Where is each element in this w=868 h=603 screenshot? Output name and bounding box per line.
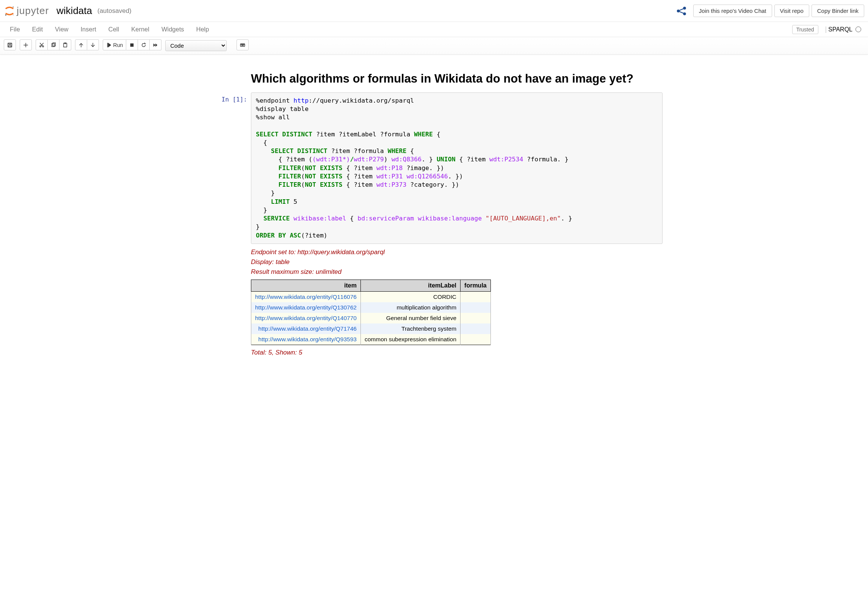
svg-line-7 <box>679 11 683 13</box>
arrow-down-icon <box>90 42 96 48</box>
code-input[interactable]: %endpoint http://query.wikidata.org/spar… <box>251 92 663 244</box>
menu-file[interactable]: File <box>4 23 26 36</box>
keyboard-icon <box>240 42 245 48</box>
table-row: http://www.wikidata.org/entity/Q71746Tra… <box>251 323 491 334</box>
cell-item: http://www.wikidata.org/entity/Q93593 <box>251 334 361 345</box>
svg-point-32 <box>243 44 243 45</box>
svg-point-4 <box>683 6 686 9</box>
cell-item: http://www.wikidata.org/entity/Q140770 <box>251 313 361 323</box>
menu-kernel[interactable]: Kernel <box>125 23 155 36</box>
col-item: item <box>251 280 361 292</box>
cell-formula <box>461 292 491 303</box>
stop-icon <box>129 42 135 48</box>
item-link[interactable]: http://www.wikidata.org/entity/Q130762 <box>255 304 357 311</box>
cell-item: http://www.wikidata.org/entity/Q130762 <box>251 302 361 313</box>
col-itemlabel: itemLabel <box>360 280 460 292</box>
table-row: http://www.wikidata.org/entity/Q140770Ge… <box>251 313 491 323</box>
page-title: Which algorithms or formulas in Wikidata… <box>251 72 663 86</box>
binder-icon <box>674 6 688 16</box>
move-up-button[interactable] <box>75 39 87 50</box>
copy-binder-button[interactable]: Copy Binder link <box>812 5 864 17</box>
insert-cell-button[interactable] <box>20 39 32 50</box>
video-chat-button[interactable]: Join this repo's Video Chat <box>693 5 772 17</box>
arrow-up-icon <box>78 42 84 48</box>
scissors-icon <box>39 42 44 48</box>
trusted-indicator[interactable]: Trusted <box>792 25 818 34</box>
paste-button[interactable] <box>60 39 71 50</box>
svg-rect-10 <box>9 45 11 47</box>
restart-icon <box>141 42 146 48</box>
cell-formula <box>461 302 491 313</box>
svg-marker-24 <box>108 43 111 47</box>
item-link[interactable]: http://www.wikidata.org/entity/Q71746 <box>259 325 357 332</box>
output-total-msg: Total: 5, Shown: 5 <box>251 349 663 356</box>
save-icon <box>7 42 13 48</box>
table-row: http://www.wikidata.org/entity/Q93593com… <box>251 334 491 345</box>
header-bar: jupyter wikidata (autosaved) Join this r… <box>0 0 868 22</box>
toolbar: Run Code Markdown Raw NBConvert Heading <box>0 37 868 55</box>
menu-cell[interactable]: Cell <box>102 23 125 36</box>
item-link[interactable]: http://www.wikidata.org/entity/Q140770 <box>255 315 357 321</box>
jupyter-wordmark: jupyter <box>17 5 49 17</box>
cell-item: http://www.wikidata.org/entity/Q71746 <box>251 323 361 334</box>
notebook-name[interactable]: wikidata <box>56 5 92 17</box>
cell-item: http://www.wikidata.org/entity/Q116076 <box>251 292 361 303</box>
table-row: http://www.wikidata.org/entity/Q130762mu… <box>251 302 491 313</box>
code-cell[interactable]: In [1]: %endpoint http://query.wikidata.… <box>205 92 663 244</box>
results-table: item itemLabel formula http://www.wikida… <box>251 280 491 345</box>
kernel-idle-icon <box>855 27 861 32</box>
menu-edit[interactable]: Edit <box>26 23 49 36</box>
copy-icon <box>51 42 56 48</box>
run-button[interactable]: Run <box>103 39 127 50</box>
svg-point-0 <box>13 6 14 7</box>
svg-point-30 <box>242 44 242 45</box>
svg-point-1 <box>5 14 6 15</box>
svg-point-29 <box>241 44 241 45</box>
cut-button[interactable] <box>36 39 48 50</box>
cell-formula <box>461 334 491 345</box>
command-palette-button[interactable] <box>237 39 249 50</box>
menu-widgets[interactable]: Widgets <box>155 23 190 36</box>
svg-point-3 <box>677 9 680 12</box>
kernel-name[interactable]: SPARQL <box>828 26 852 33</box>
menu-insert[interactable]: Insert <box>75 23 102 36</box>
menu-help[interactable]: Help <box>190 23 215 36</box>
item-link[interactable]: http://www.wikidata.org/entity/Q116076 <box>255 294 357 300</box>
svg-point-31 <box>242 44 243 45</box>
cell-type-select[interactable]: Code Markdown Raw NBConvert Heading <box>165 40 227 51</box>
svg-point-2 <box>13 14 14 15</box>
fast-forward-icon <box>153 42 158 48</box>
restart-button[interactable] <box>138 39 150 50</box>
svg-point-5 <box>683 12 686 15</box>
input-prompt: In [1]: <box>205 92 251 244</box>
move-down-button[interactable] <box>87 39 99 50</box>
visit-repo-button[interactable]: Visit repo <box>774 5 809 17</box>
cell-formula <box>461 323 491 334</box>
jupyter-logo-icon <box>4 5 15 17</box>
cell-itemlabel: common subexpression elimination <box>360 334 460 345</box>
item-link[interactable]: http://www.wikidata.org/entity/Q93593 <box>259 336 357 342</box>
paste-icon <box>63 42 68 48</box>
output-display-msg: Display: table <box>251 258 663 266</box>
interrupt-button[interactable] <box>126 39 138 50</box>
svg-rect-9 <box>9 43 11 44</box>
output-size-msg: Result maximum size: unlimited <box>251 268 663 276</box>
output-endpoint-msg: Endpoint set to: http://query.wikidata.o… <box>251 248 663 256</box>
jupyter-logo[interactable]: jupyter <box>4 3 49 19</box>
cell-itemlabel: multiplication algorithm <box>360 302 460 313</box>
col-formula: formula <box>461 280 491 292</box>
autosave-status: (autosaved) <box>97 7 132 15</box>
restart-run-all-button[interactable] <box>150 39 161 50</box>
menu-view[interactable]: View <box>49 23 74 36</box>
table-header-row: item itemLabel formula <box>251 280 491 292</box>
copy-button[interactable] <box>48 39 60 50</box>
plus-icon <box>23 42 28 48</box>
markdown-cell[interactable]: Which algorithms or formulas in Wikidata… <box>205 72 663 86</box>
run-icon <box>106 42 111 48</box>
kernel-separator: | <box>825 25 827 33</box>
menu-bar: File Edit View Insert Cell Kernel Widget… <box>0 22 868 37</box>
save-button[interactable] <box>4 39 16 50</box>
cell-itemlabel: CORDIC <box>360 292 460 303</box>
svg-rect-25 <box>130 43 134 47</box>
cell-itemlabel: General number field sieve <box>360 313 460 323</box>
